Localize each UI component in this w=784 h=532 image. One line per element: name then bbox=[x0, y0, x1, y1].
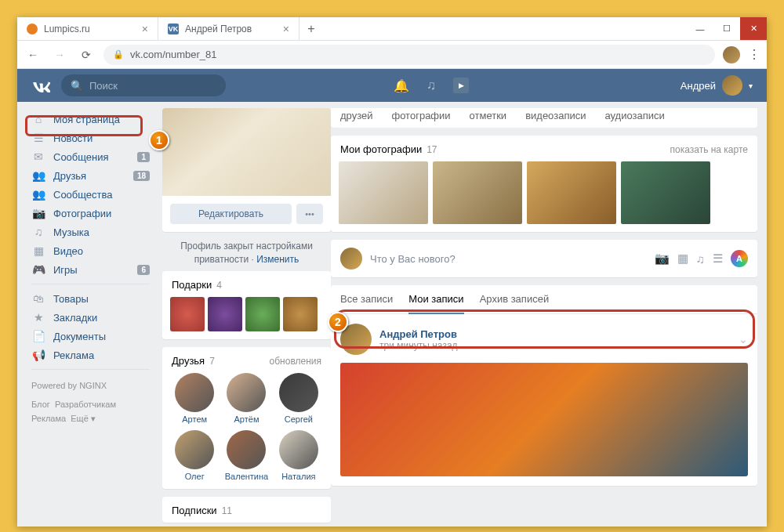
footer-link[interactable]: Реклама bbox=[31, 414, 66, 423]
wall-tab-all[interactable]: Все записи bbox=[340, 293, 393, 313]
close-button[interactable]: ✕ bbox=[740, 17, 767, 40]
sidebar-item[interactable]: 👥Сообщества bbox=[25, 185, 156, 204]
bell-icon[interactable]: 🔔 bbox=[394, 78, 409, 93]
sidebar-item[interactable]: 📢Реклама bbox=[25, 346, 156, 364]
sidebar-icon: 📷 bbox=[31, 207, 45, 219]
post-menu-icon[interactable]: ⌄ bbox=[739, 333, 748, 346]
minimize-button[interactable]: — bbox=[687, 17, 713, 40]
friend-avatar bbox=[175, 373, 214, 412]
gift-item[interactable] bbox=[208, 297, 242, 331]
block-count: 4 bbox=[216, 280, 222, 291]
subscriptions-block[interactable]: Подписки 11 bbox=[162, 497, 331, 523]
sidebar-icon: ✉ bbox=[31, 150, 45, 163]
friend-name: Сергей bbox=[274, 414, 323, 424]
gift-item[interactable] bbox=[283, 297, 318, 331]
profile-tab[interactable]: видеозаписи bbox=[525, 110, 586, 121]
profile-tab[interactable]: аудиозаписи bbox=[604, 110, 664, 121]
sidebar-icon: ▦ bbox=[31, 244, 45, 257]
photo-thumbnail[interactable] bbox=[621, 161, 710, 224]
sidebar-item[interactable]: 🎮Игры6 bbox=[25, 260, 156, 279]
block-count: 7 bbox=[209, 356, 215, 367]
poster-theme-icon[interactable]: A bbox=[731, 250, 748, 267]
browser-navbar: ← → ⟳ 🔒 vk.com/number_81 ⋮ bbox=[17, 41, 767, 69]
photo-thumbnail[interactable] bbox=[527, 161, 616, 224]
post-author[interactable]: Андрей Петров bbox=[379, 328, 458, 340]
menu-dots-icon[interactable]: ⋮ bbox=[748, 47, 760, 62]
footer-link[interactable]: Блог bbox=[31, 400, 50, 409]
sidebar-icon: 👥 bbox=[31, 188, 45, 201]
back-button[interactable]: ← bbox=[24, 45, 42, 64]
footer-link[interactable]: Разработчикам bbox=[55, 400, 116, 409]
attach-photo-icon[interactable]: 📷 bbox=[655, 252, 670, 266]
sidebar-item[interactable]: ☰Новости bbox=[25, 128, 156, 147]
vk-header: 🔍 Поиск 🔔 ♫ ▶ Андрей ▾ bbox=[17, 69, 767, 102]
post-image[interactable] bbox=[340, 363, 748, 476]
sidebar-item[interactable]: 📷Фотографии bbox=[25, 204, 156, 223]
profile-tab[interactable]: отметки bbox=[470, 110, 507, 121]
profile-tab[interactable]: фотографии bbox=[391, 110, 450, 121]
sidebar-item[interactable]: ▦Видео bbox=[25, 241, 156, 260]
friend-item[interactable]: Артем bbox=[170, 373, 219, 424]
marker-2: 2 bbox=[328, 312, 348, 332]
attach-note-icon[interactable]: ☰ bbox=[713, 252, 723, 266]
gift-item[interactable] bbox=[170, 297, 205, 331]
search-input[interactable]: 🔍 Поиск bbox=[61, 74, 226, 96]
sidebar-badge: 6 bbox=[137, 265, 150, 275]
sidebar-label: Моя страница bbox=[53, 114, 120, 125]
friend-item[interactable]: Валентина bbox=[222, 430, 270, 481]
browser-tab-active[interactable]: VK Андрей Петров × bbox=[158, 17, 299, 40]
sidebar-icon: ☰ bbox=[31, 132, 45, 144]
favicon-vk: VK bbox=[168, 24, 179, 34]
friend-item[interactable]: Артём bbox=[222, 373, 270, 424]
play-icon[interactable]: ▶ bbox=[453, 78, 469, 93]
updates-link[interactable]: обновления bbox=[270, 356, 321, 367]
attach-video-icon[interactable]: ▦ bbox=[677, 252, 688, 266]
sidebar-label: Сообщества bbox=[53, 189, 113, 201]
friend-item[interactable]: Сергей bbox=[274, 373, 323, 424]
sidebar-icon: 📢 bbox=[31, 349, 45, 361]
profile-photo[interactable] bbox=[162, 108, 331, 196]
wall-tab-archive[interactable]: Архив записей bbox=[480, 293, 550, 313]
privacy-change-link[interactable]: Изменить bbox=[256, 254, 299, 265]
friend-item[interactable]: Олег bbox=[170, 430, 219, 481]
new-tab-button[interactable]: + bbox=[299, 17, 323, 40]
friend-name: Валентина bbox=[222, 472, 270, 481]
sidebar-item[interactable]: 📄Документы bbox=[25, 327, 156, 346]
post-timestamp[interactable]: три минуты назад bbox=[379, 340, 458, 351]
sidebar-item[interactable]: ✉Сообщения1 bbox=[25, 147, 156, 166]
show-on-map-link[interactable]: показать на карте bbox=[670, 144, 749, 155]
friend-avatar bbox=[227, 430, 266, 469]
friend-item[interactable]: Наталия bbox=[274, 430, 323, 481]
sidebar-item[interactable]: ⌂Моя страница bbox=[25, 110, 156, 128]
sidebar-item[interactable]: ♫Музыка bbox=[25, 223, 156, 241]
new-post-input[interactable]: Что у Вас нового? bbox=[370, 253, 647, 265]
photo-thumbnail[interactable] bbox=[339, 161, 428, 224]
gift-item[interactable] bbox=[245, 297, 280, 331]
tab-close-icon[interactable]: × bbox=[283, 23, 289, 35]
reload-button[interactable]: ⟳ bbox=[77, 45, 96, 64]
wall-tab-mine[interactable]: Мои записи bbox=[408, 293, 463, 314]
gifts-block[interactable]: Подарки 4 bbox=[162, 271, 331, 339]
edit-profile-button[interactable]: Редактировать bbox=[170, 204, 292, 224]
profile-tab[interactable]: друзей bbox=[340, 110, 372, 121]
friend-name: Артем bbox=[170, 414, 219, 424]
music-icon[interactable]: ♫ bbox=[423, 78, 439, 93]
wall: Все записи Мои записи Архив записей Андр… bbox=[331, 285, 757, 486]
sidebar-label: Видео bbox=[53, 245, 83, 257]
vk-user-menu[interactable]: Андрей ▾ bbox=[681, 75, 753, 96]
browser-tab[interactable]: Lumpics.ru × bbox=[17, 17, 158, 40]
vk-logo[interactable] bbox=[31, 76, 50, 95]
forward-button[interactable]: → bbox=[50, 45, 69, 64]
more-actions-button[interactable]: ••• bbox=[296, 204, 323, 224]
maximize-button[interactable]: ☐ bbox=[713, 17, 740, 40]
sidebar-item[interactable]: ★Закладки bbox=[25, 308, 156, 327]
photo-thumbnail[interactable] bbox=[433, 161, 522, 224]
sidebar-label: Новости bbox=[53, 132, 93, 144]
profile-avatar[interactable] bbox=[723, 46, 740, 63]
sidebar-item[interactable]: 🛍Товары bbox=[25, 289, 156, 308]
attach-music-icon[interactable]: ♫ bbox=[696, 252, 705, 266]
url-bar[interactable]: 🔒 vk.com/number_81 bbox=[103, 45, 715, 65]
sidebar-item[interactable]: 👥Друзья18 bbox=[25, 166, 156, 185]
tab-close-icon[interactable]: × bbox=[142, 23, 148, 35]
footer-link[interactable]: Ещё ▾ bbox=[71, 414, 96, 423]
